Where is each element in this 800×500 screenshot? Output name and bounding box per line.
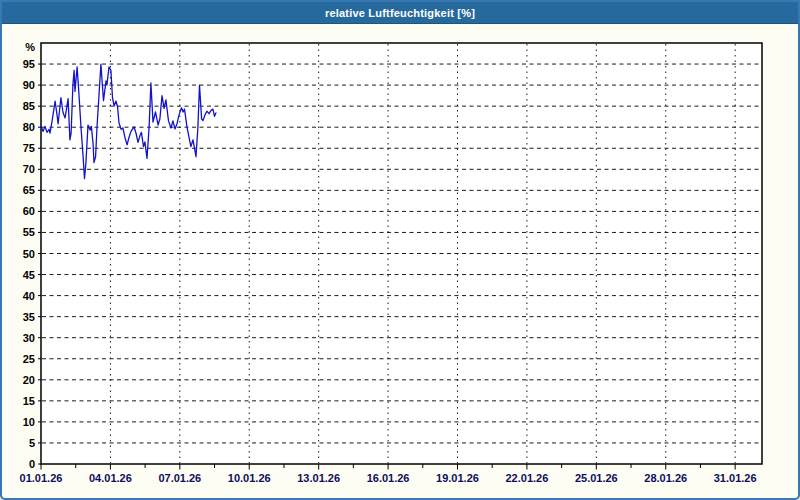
x-tick-label: 16.01.26 [367,472,410,484]
y-tick-label: 0 [29,458,35,470]
y-tick-label: 20 [23,374,35,386]
y-tick-label: 5 [29,437,35,449]
title-bar: relative Luftfeuchtigkeit [%] [2,2,798,24]
y-tick-label: 10 [23,416,35,428]
y-axis-unit: % [25,41,35,53]
app-window: relative Luftfeuchtigkeit [%] 0510152025… [0,0,800,500]
y-tick-label: 25 [23,353,35,365]
x-tick-label: 31.01.26 [714,472,757,484]
chart-title: relative Luftfeuchtigkeit [%] [325,7,475,19]
y-tick-label: 40 [23,290,35,302]
x-tick-label: 25.01.26 [575,472,618,484]
y-tick-label: 55 [23,226,35,238]
y-tick-label: 50 [23,248,35,260]
y-tick-label: 35 [23,311,35,323]
y-tick-label: 70 [23,163,35,175]
y-tick-label: 60 [23,205,35,217]
y-tick-label: 95 [23,58,35,70]
x-tick-label: 01.01.26 [20,472,63,484]
humidity-line-chart: 05101520253035404550556065707580859095%0… [2,24,798,498]
y-tick-label: 30 [23,332,35,344]
y-tick-label: 45 [23,269,35,281]
y-tick-label: 65 [23,184,35,196]
x-tick-label: 10.01.26 [228,472,271,484]
y-tick-label: 75 [23,142,35,154]
y-tick-label: 85 [23,100,35,112]
y-tick-label: 90 [23,79,35,91]
x-tick-label: 22.01.26 [505,472,548,484]
x-tick-label: 04.01.26 [89,472,132,484]
y-tick-label: 80 [23,121,35,133]
y-tick-label: 15 [23,395,35,407]
x-tick-label: 28.01.26 [644,472,687,484]
x-tick-label: 13.01.26 [297,472,340,484]
x-tick-label: 07.01.26 [158,472,201,484]
x-tick-label: 19.01.26 [436,472,479,484]
